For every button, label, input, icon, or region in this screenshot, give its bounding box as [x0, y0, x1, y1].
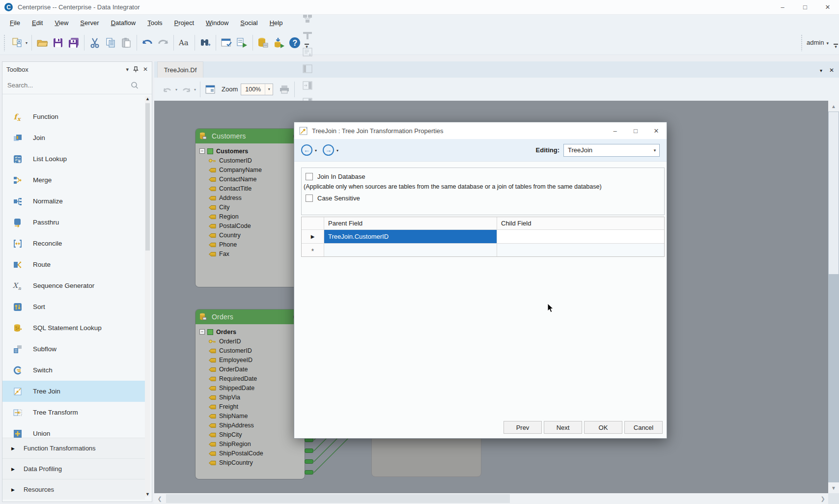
menu-edit[interactable]: Edit: [26, 17, 49, 29]
output-port[interactable]: [305, 459, 313, 464]
toolbox-item-route[interactable]: Route: [2, 254, 145, 275]
menu-project[interactable]: Project: [168, 17, 200, 29]
redo-button[interactable]: [179, 81, 194, 98]
node-header[interactable]: Customers: [196, 129, 305, 143]
grid-row-new[interactable]: *: [302, 244, 664, 256]
zoom-select[interactable]: 100% ▾: [241, 84, 273, 95]
canvas-horizontal-scrollbar[interactable]: ❮ ❯: [154, 493, 828, 504]
menu-social[interactable]: Social: [234, 17, 263, 29]
copy-icon[interactable]: [103, 34, 118, 52]
back-icon[interactable]: ←: [301, 144, 312, 156]
scrollbar-thumb[interactable]: [166, 494, 510, 503]
toolbox-item-tree-join[interactable]: Tree Join: [2, 381, 145, 402]
canvas-vertical-scrollbar[interactable]: ▲ ▼: [828, 101, 839, 493]
toolbar-grip[interactable]: [3, 34, 6, 51]
chevron-down-icon[interactable]: ▾: [194, 87, 196, 92]
field-row-customerid[interactable]: CustomerID: [199, 346, 305, 355]
node-header[interactable]: Orders: [196, 309, 305, 324]
field-row-shippostalcode[interactable]: ShipPostalCode: [199, 448, 305, 458]
field-row-region[interactable]: Region: [199, 212, 305, 221]
field-row-city[interactable]: City: [199, 202, 305, 212]
field-row-postalcode[interactable]: PostalCode: [199, 221, 305, 230]
toolbox-item-normalize[interactable]: Normalize: [2, 191, 145, 212]
collapse-expander-icon[interactable]: −: [199, 148, 205, 154]
field-row-customerid[interactable]: CustomerID: [199, 156, 305, 165]
field-row-shipaddress[interactable]: ShipAddress: [199, 420, 305, 430]
field-row-shippeddate[interactable]: ShippedDate: [199, 383, 305, 392]
toolbox-section-resources[interactable]: ▶Resources: [2, 479, 145, 500]
source-node-customers[interactable]: Customers −CustomersCustomerIDCompanyNam…: [196, 129, 305, 287]
grid-row-selected[interactable]: ▶ TreeJoin.CustomerID: [302, 230, 664, 244]
parent-field-cell[interactable]: [324, 244, 497, 256]
scroll-up-icon[interactable]: ▲: [145, 96, 150, 101]
column-header[interactable]: Parent Field: [324, 217, 497, 229]
layout-hierarchy-button[interactable]: [300, 27, 315, 44]
new-document-icon[interactable]: [9, 34, 25, 52]
scroll-right-icon[interactable]: ❯: [817, 493, 828, 504]
save-all-icon[interactable]: [66, 34, 82, 52]
shift-left-button[interactable]: [300, 77, 315, 94]
minimize-icon[interactable]: –: [771, 0, 794, 14]
scroll-down-icon[interactable]: ▼: [828, 482, 839, 493]
print-button[interactable]: [277, 81, 292, 98]
child-field-cell[interactable]: [497, 230, 664, 243]
tab-list-chevron-icon[interactable]: ▾: [820, 68, 822, 73]
chevron-down-icon[interactable]: ▾: [336, 148, 338, 153]
menu-tools[interactable]: Tools: [141, 17, 168, 29]
auto-layout-button[interactable]: [203, 81, 218, 98]
tab-treejoin[interactable]: TreeJoin.Df: [157, 61, 203, 78]
column-header[interactable]: Child Field: [497, 217, 664, 229]
database-save-icon[interactable]: [255, 34, 271, 52]
field-row-orderdate[interactable]: OrderDate: [199, 364, 305, 374]
close-document-icon[interactable]: ✕: [829, 67, 834, 74]
tree-root-row[interactable]: −Customers: [199, 146, 305, 156]
close-icon[interactable]: ✕: [143, 66, 148, 73]
field-row-shipregion[interactable]: ShipRegion: [199, 439, 305, 448]
toolbox-scrollbar[interactable]: ▲ ▼: [145, 96, 150, 497]
scroll-down-icon[interactable]: ▼: [145, 492, 150, 497]
search-input[interactable]: [7, 82, 130, 89]
toolbox-item-merge[interactable]: Merge: [2, 169, 145, 191]
menu-window[interactable]: Window: [200, 17, 234, 29]
maximize-icon[interactable]: □: [794, 0, 816, 14]
open-folder-icon[interactable]: [34, 34, 50, 52]
toolbox-item-sql-statement-lookup[interactable]: SQL Statement Lookup: [2, 317, 145, 338]
database-run-icon[interactable]: [271, 34, 287, 52]
toolbar-grip[interactable]: [801, 34, 803, 51]
layout-tree-button[interactable]: [300, 10, 315, 27]
chevron-down-icon[interactable]: ▾: [126, 66, 129, 73]
menu-dataflow[interactable]: Dataflow: [105, 17, 142, 29]
field-row-shipname[interactable]: ShipName: [199, 411, 305, 420]
field-row-shipvia[interactable]: ShipVia: [199, 392, 305, 402]
expand-panel-button[interactable]: [300, 60, 315, 77]
close-icon[interactable]: ✕: [646, 123, 667, 139]
field-row-contactname[interactable]: ContactName: [199, 174, 305, 184]
field-row-orderid[interactable]: OrderID: [199, 336, 305, 346]
child-field-cell[interactable]: [497, 244, 664, 256]
scrollbar-thumb[interactable]: [145, 103, 150, 251]
undo-icon[interactable]: [140, 34, 155, 52]
font-icon[interactable]: Aa: [176, 34, 192, 52]
toolbox-item-tree-transform[interactable]: Tree Transform: [2, 402, 145, 423]
preview-window-icon[interactable]: [234, 34, 250, 52]
toolbox-section-data-profiling[interactable]: ▶Data Profiling: [2, 458, 145, 479]
field-row-phone[interactable]: Phone: [199, 240, 305, 249]
toolbox-section-function-transformations[interactable]: ▶Function Transformations: [2, 438, 145, 458]
scroll-up-icon[interactable]: ▲: [828, 101, 839, 112]
field-row-freight[interactable]: Freight: [199, 402, 305, 411]
forward-icon[interactable]: →: [323, 144, 334, 156]
toolbox-item-switch[interactable]: Switch: [2, 360, 145, 381]
output-port[interactable]: [305, 448, 313, 453]
chevron-down-icon[interactable]: ▾: [315, 148, 317, 153]
undo-button[interactable]: [160, 81, 175, 98]
menu-server[interactable]: Server: [74, 17, 105, 29]
menu-help[interactable]: Help: [264, 17, 289, 29]
tree-root-row[interactable]: −Orders: [199, 327, 305, 336]
chevron-down-icon[interactable]: ▾: [175, 87, 177, 92]
field-row-country[interactable]: Country: [199, 230, 305, 240]
toolbox-item-join[interactable]: Join: [2, 127, 145, 148]
chevron-down-icon[interactable]: ▾: [826, 41, 829, 46]
admin-menu[interactable]: admin: [807, 39, 824, 46]
toolbox-item-reconcile[interactable]: Reconcile: [2, 233, 145, 254]
chevron-down-icon[interactable]: ▾: [26, 41, 28, 45]
